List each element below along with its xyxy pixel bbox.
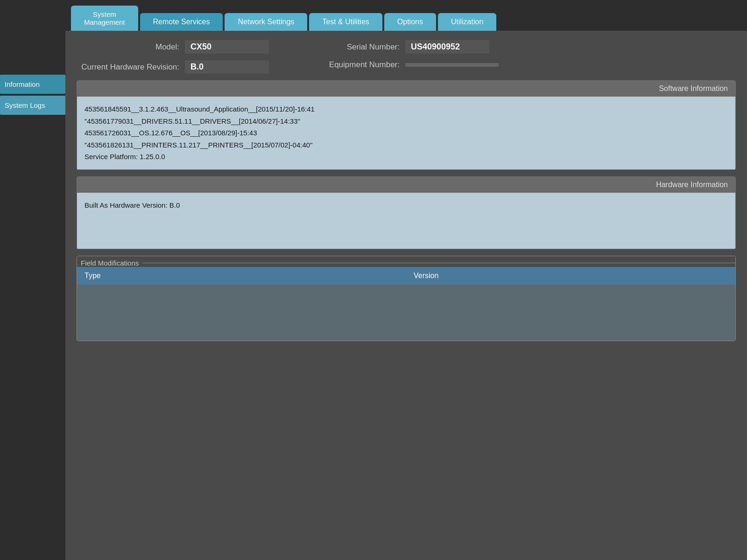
hw-rev-value: B.0 <box>185 60 269 74</box>
sidebar-item-information[interactable]: Information <box>0 75 65 94</box>
software-info-header: Software Information <box>77 81 735 97</box>
sw-line-0: 453561845591__3.1.2.463__Ultrasound_Appl… <box>85 103 728 115</box>
sw-line-1: "453561779031__DRIVERS.51.11__DRIVERS__[… <box>85 115 728 127</box>
field-mod-table: Type Version <box>77 267 735 341</box>
tab-remote-services[interactable]: Remote Services <box>140 13 223 31</box>
serial-label: Serial Number: <box>297 42 400 52</box>
field-mod-header-row: Type Version <box>77 267 735 285</box>
field-mod-body <box>77 285 735 341</box>
sw-line-4: Service Platform: 1.25.0.0 <box>85 151 728 163</box>
tab-options[interactable]: Options <box>384 13 436 31</box>
model-value: CX50 <box>185 40 269 54</box>
sw-line-3: "453561826131__PRINTERS.11.217__PRINTERS… <box>85 139 728 151</box>
main-content: SystemManagement Remote Services Network… <box>65 0 747 560</box>
hw-info-row: Current Hardware Revision: B.0 Equipment… <box>77 60 736 74</box>
field-mod-title: Field Modifications <box>77 256 735 267</box>
table-row <box>77 299 735 313</box>
sidebar: Information System Logs <box>0 0 65 560</box>
field-modifications-section: Field Modifications Type Version <box>77 256 736 341</box>
table-row <box>77 313 735 327</box>
equip-field: Equipment Number: <box>297 60 499 70</box>
serial-field: Serial Number: US40900952 <box>297 40 489 54</box>
system-info-row: Model: CX50 Serial Number: US40900952 <box>77 40 736 54</box>
model-label: Model: <box>77 42 179 52</box>
col-version: Version <box>406 267 735 285</box>
tab-system-management[interactable]: SystemManagement <box>71 6 138 31</box>
model-field: Model: CX50 <box>77 40 269 54</box>
tab-test-utilities[interactable]: Test & Utilities <box>309 13 382 31</box>
tab-bar: SystemManagement Remote Services Network… <box>65 0 747 31</box>
sidebar-item-system-logs[interactable]: System Logs <box>0 96 65 115</box>
software-info-body: 453561845591__3.1.2.463__Ultrasound_Appl… <box>77 97 735 169</box>
hw-line-0: Built As Hardware Version: B.0 <box>85 199 728 211</box>
software-info-panel: Software Information 453561845591__3.1.2… <box>77 80 736 170</box>
hw-rev-field: Current Hardware Revision: B.0 <box>77 60 269 74</box>
table-row <box>77 327 735 341</box>
serial-value: US40900952 <box>405 40 489 54</box>
tab-network-settings[interactable]: Network Settings <box>225 13 307 31</box>
app-container: Information System Logs SystemManagement… <box>0 0 747 560</box>
equip-label: Equipment Number: <box>297 60 400 70</box>
equip-value <box>405 63 499 67</box>
sw-line-2: 453561726031__OS.12.676__OS__[2013/08/29… <box>85 127 728 139</box>
hardware-info-body: Built As Hardware Version: B.0 <box>77 193 735 249</box>
tab-utilization[interactable]: Utilization <box>438 13 496 31</box>
col-type: Type <box>77 267 406 285</box>
hardware-info-panel: Hardware Information Built As Hardware V… <box>77 176 736 249</box>
hardware-info-header: Hardware Information <box>77 177 735 193</box>
table-row <box>77 285 735 299</box>
hw-rev-label: Current Hardware Revision: <box>77 63 179 72</box>
content-area: Model: CX50 Serial Number: US40900952 Cu… <box>65 31 747 560</box>
